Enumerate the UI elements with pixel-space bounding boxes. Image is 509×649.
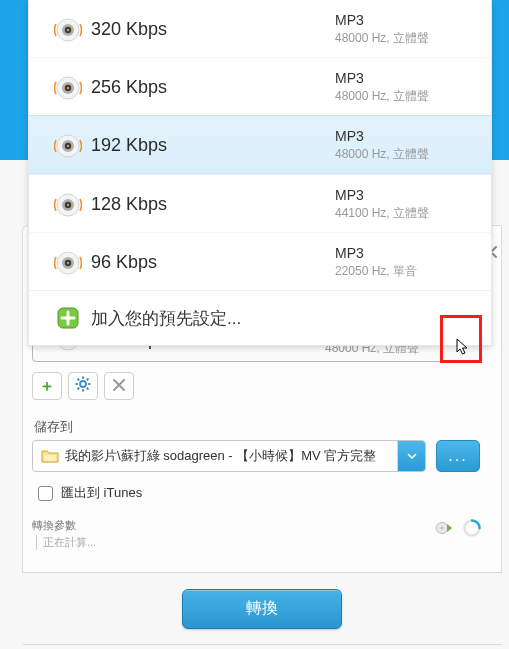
preset-codec: MP3 bbox=[335, 12, 475, 28]
preset-item[interactable]: 128 Kbps MP3 44100 Hz, 立體聲 bbox=[29, 174, 491, 232]
browse-label: ... bbox=[448, 447, 467, 465]
preset-sub: 48000 Hz, 立體聲 bbox=[335, 146, 475, 163]
svg-rect-34 bbox=[44, 455, 56, 461]
svg-point-19 bbox=[67, 261, 69, 263]
speaker-icon bbox=[54, 249, 82, 277]
settings-button[interactable] bbox=[68, 372, 98, 400]
gear-icon bbox=[75, 376, 91, 396]
add-icon bbox=[55, 305, 81, 331]
svg-point-15 bbox=[67, 203, 69, 205]
preset-item[interactable]: 192 Kbps MP3 48000 Hz, 立體聲 bbox=[29, 115, 491, 174]
preset-codec: MP3 bbox=[335, 70, 475, 86]
preset-dropdown-popup: 320 Kbps MP3 48000 Hz, 立體聲 256 Kbps MP3 … bbox=[28, 0, 492, 346]
add-preset-label: 加入您的預先設定... bbox=[91, 307, 241, 330]
conversion-params-row: 轉換參數 正在計算... bbox=[32, 518, 482, 550]
svg-line-31 bbox=[87, 388, 89, 390]
preset-item[interactable]: 96 Kbps MP3 22050 Hz, 單音 bbox=[29, 232, 491, 290]
add-button[interactable]: ＋ bbox=[32, 372, 62, 400]
svg-point-25 bbox=[80, 381, 86, 387]
preset-item[interactable]: 320 Kbps MP3 48000 Hz, 立體聲 bbox=[29, 0, 491, 57]
svg-line-33 bbox=[78, 388, 80, 390]
preset-bitrate: 96 Kbps bbox=[91, 252, 335, 273]
preset-codec: MP3 bbox=[335, 128, 475, 144]
spinner-icon bbox=[462, 518, 482, 538]
save-path-field[interactable]: 我的影片\蘇打綠 sodagreen - 【小時候】MV 官方完整 bbox=[32, 440, 426, 472]
preset-bitrate: 192 Kbps bbox=[91, 135, 335, 156]
convert-label: 轉換 bbox=[246, 598, 278, 619]
speaker-icon bbox=[54, 16, 82, 44]
plus-icon: ＋ bbox=[39, 376, 55, 397]
preset-bitrate: 256 Kbps bbox=[91, 77, 335, 98]
browse-button[interactable]: ... bbox=[436, 440, 480, 472]
params-label: 轉換參數 bbox=[32, 518, 434, 533]
save-to-label: 儲存到 bbox=[34, 418, 73, 436]
params-status: 正在計算... bbox=[36, 535, 434, 550]
convert-button[interactable]: 轉換 bbox=[182, 589, 342, 629]
x-icon bbox=[113, 377, 125, 395]
save-path-dropdown-toggle[interactable] bbox=[397, 441, 425, 471]
preset-bitrate: 320 Kbps bbox=[91, 19, 335, 40]
remove-button[interactable] bbox=[104, 372, 134, 400]
svg-point-11 bbox=[67, 144, 69, 146]
speaker-icon bbox=[54, 74, 82, 102]
add-preset-item[interactable]: 加入您的預先設定... bbox=[29, 290, 491, 345]
svg-point-3 bbox=[67, 28, 69, 30]
preset-sub: 44100 Hz, 立體聲 bbox=[335, 205, 475, 222]
folder-icon bbox=[39, 448, 61, 464]
checkbox-box bbox=[38, 486, 53, 501]
drive-arrow-icon bbox=[434, 519, 454, 537]
svg-point-36 bbox=[441, 527, 444, 530]
preset-sub: 22050 Hz, 單音 bbox=[335, 263, 475, 280]
preset-sub: 48000 Hz, 立體聲 bbox=[335, 88, 475, 105]
svg-line-30 bbox=[78, 379, 80, 381]
svg-line-32 bbox=[87, 379, 89, 381]
save-to-row: 我的影片\蘇打綠 sodagreen - 【小時候】MV 官方完整 ... bbox=[32, 440, 480, 472]
preset-item[interactable]: 256 Kbps MP3 48000 Hz, 立體聲 bbox=[29, 57, 491, 115]
preset-toolbar: ＋ bbox=[32, 372, 134, 400]
bottom-bar: 轉換 bbox=[22, 572, 502, 644]
svg-point-7 bbox=[67, 86, 69, 88]
export-itunes-checkbox[interactable]: 匯出到 iTunes bbox=[38, 484, 142, 502]
save-path-text: 我的影片\蘇打綠 sodagreen - 【小時候】MV 官方完整 bbox=[61, 447, 397, 465]
preset-codec: MP3 bbox=[335, 245, 475, 261]
speaker-icon bbox=[54, 132, 82, 160]
preset-codec: MP3 bbox=[335, 187, 475, 203]
speaker-icon bbox=[54, 191, 82, 219]
chevron-down-icon bbox=[407, 453, 417, 459]
preset-sub: 48000 Hz, 立體聲 bbox=[335, 30, 475, 47]
preset-bitrate: 128 Kbps bbox=[91, 194, 335, 215]
export-itunes-label: 匯出到 iTunes bbox=[61, 484, 142, 502]
